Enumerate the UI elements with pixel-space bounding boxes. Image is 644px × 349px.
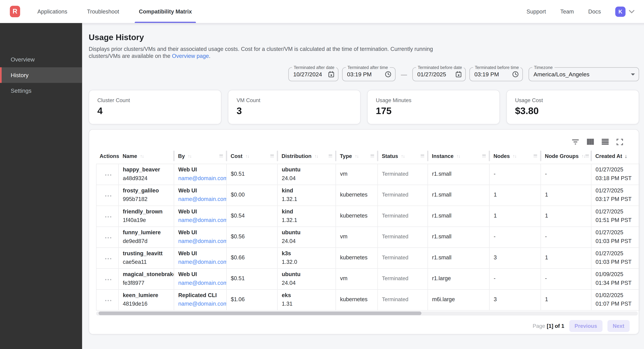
previous-button[interactable]: Previous [569,320,602,332]
nav-item-applications[interactable]: Applications [34,0,70,23]
cluster-id: 1f40a19e [123,216,172,224]
sidebar-item-overview[interactable]: Overview [0,52,82,67]
created-by-email-link[interactable]: name@domain.com [178,279,224,287]
column-menu-icon[interactable] [482,155,486,157]
more-options-icon[interactable] [104,215,113,219]
sort-icon[interactable]: ↑↓ [188,153,192,158]
cell-by: Web UIname@domain.com [174,206,227,227]
cell-created-at: 01/27/202503:17 PM PST [591,185,640,206]
cell-status: Terminated [378,226,428,247]
more-options-icon[interactable] [104,278,113,282]
column-header-name[interactable]: Name↑↓ [118,149,174,164]
fullscreen-icon[interactable] [615,137,625,147]
column-header-created-at[interactable]: Created At↓ [591,149,640,164]
sidebar-item-history[interactable]: History [0,67,82,83]
next-button[interactable]: Next [608,320,630,332]
sort-icon[interactable]: ↑↓ [582,153,585,158]
cell-created-at: 01/27/202501:03 PM PST [591,247,640,268]
created-by-email-link[interactable]: name@domain.com [178,195,224,204]
dropdown-caret-icon[interactable] [631,73,635,75]
column-menu-icon[interactable] [585,155,589,157]
created-by-email-link[interactable]: name@domain.com [178,216,224,224]
cell-instance: r1.small [428,247,489,268]
terminated-before-date-label: Terminated before date [416,65,464,70]
cost-value: $0.00 [231,192,245,198]
sort-icon[interactable]: ↑↓ [246,153,249,158]
column-menu-icon[interactable] [270,155,274,157]
calendar-icon[interactable] [328,71,334,77]
sort-icon[interactable]: ↑↓ [314,153,318,158]
column-header-node-groups[interactable]: Node Groups↑↓ [541,149,591,164]
column-menu-icon[interactable] [219,155,223,157]
columns-icon[interactable] [585,137,595,147]
horizontal-scrollbar[interactable] [96,311,638,315]
terminated-after-date-field[interactable]: Terminated after date 10/27/2024 [288,67,338,81]
more-options-icon[interactable] [104,257,113,261]
cell-created-at: 01/09/202501:34 PM PST [591,268,640,289]
column-label: Created At [595,153,622,159]
cell-by: Web UIname@domain.com [174,164,227,185]
column-label: Instance [432,153,454,159]
created-time: 01:03 PM PST [596,258,637,266]
sort-icon[interactable]: ↑↓ [513,153,516,158]
nav-item-compatibility-matrix[interactable]: Compatibility Matrix [136,0,195,23]
sort-desc-icon[interactable]: ↓ [624,153,627,159]
scrollbar-thumb[interactable] [98,312,422,315]
more-options-icon[interactable] [104,194,113,198]
more-options-icon[interactable] [104,236,113,240]
timezone-value[interactable]: America/Los_Angeles [534,71,628,77]
column-label: Distribution [282,153,312,159]
more-options-icon[interactable] [104,173,113,177]
column-menu-icon[interactable] [328,155,332,157]
timezone-label: Timezone [532,65,554,70]
created-by-email-link[interactable]: name@domain.com [178,300,224,308]
created-by-email-link[interactable]: name@domain.com [178,174,224,183]
nav-item-troubleshoot[interactable]: Troubleshoot [84,0,122,23]
more-options-icon[interactable] [104,298,113,303]
sort-icon[interactable]: ↑↓ [355,153,358,158]
cell-status: Terminated [378,247,428,268]
created-by-email-link[interactable]: name@domain.com [178,258,224,266]
terminated-after-time-value[interactable]: 03:19 PM [347,71,382,77]
column-header-distribution[interactable]: Distribution↑↓ [278,149,336,164]
calendar-icon[interactable] [456,71,462,77]
nav-link-docs[interactable]: Docs [588,8,601,14]
column-menu-icon[interactable] [420,155,424,157]
terminated-before-time-field[interactable]: Terminated before time 03:19 PM [470,67,523,81]
timezone-select[interactable]: Timezone America/Los_Angeles [529,67,639,81]
chevron-down-icon[interactable] [629,9,634,13]
column-menu-icon[interactable] [533,155,537,157]
column-header-by[interactable]: By↑↓ [174,149,227,164]
sort-icon[interactable]: ↑↓ [401,153,405,158]
created-by-email-link[interactable]: name@domain.com [178,237,224,245]
nav-link-team[interactable]: Team [560,8,574,14]
replicated-logo[interactable]: R [10,6,20,17]
terminated-after-date-value[interactable]: 10/27/2024 [293,71,325,77]
nav-link-support[interactable]: Support [526,8,546,14]
terminated-before-date-value[interactable]: 01/27/2025 [417,71,452,77]
column-header-nodes[interactable]: Nodes↑↓ [489,149,540,164]
terminated-before-date-field[interactable]: Terminated before date 01/27/2025 [412,67,466,81]
sort-icon[interactable]: ↑↓ [140,153,144,158]
terminated-after-time-field[interactable]: Terminated after time 03:19 PM [342,67,396,81]
cell-actions [96,247,118,268]
table-row: happy_beavera48d9324 Web UIname@domain.c… [96,164,640,185]
avatar[interactable]: K [615,6,626,16]
filter-icon[interactable] [570,137,580,147]
terminated-before-time-value[interactable]: 03:19 PM [474,71,509,77]
overview-page-link[interactable]: Overview page [172,53,209,59]
density-icon[interactable] [600,137,610,147]
column-menu-icon[interactable] [370,155,374,157]
column-header-instance[interactable]: Instance↑↓ [428,149,489,164]
stat-value: 3 [236,105,352,117]
nodes-value: - [494,171,496,177]
clock-icon[interactable] [385,71,392,77]
account-menu[interactable]: K [615,6,634,16]
column-header-cost[interactable]: Cost↑↓ [226,149,278,164]
sidebar-item-settings[interactable]: Settings [0,83,82,98]
column-header-type[interactable]: Type↑↓ [336,149,378,164]
clock-icon[interactable] [512,71,519,77]
cost-value: $0.54 [231,213,245,219]
column-header-status[interactable]: Status↑↓ [378,149,428,164]
sort-icon[interactable]: ↑↓ [456,153,460,158]
